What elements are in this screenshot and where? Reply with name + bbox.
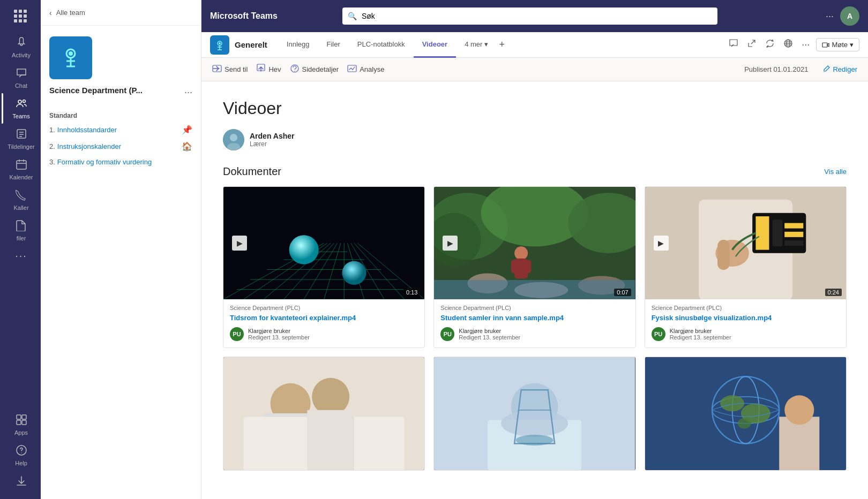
activity-icon <box>16 36 27 50</box>
page-content: Videoer Arden Asher Lærer Dokumenter Vis… <box>201 81 868 499</box>
video-play-btn-3[interactable]: ▶ <box>654 236 669 251</box>
nav-item-kalender[interactable]: Kalender <box>0 154 41 185</box>
channel-item-1[interactable]: 1. Innholdsstandarder 📌 <box>45 122 197 138</box>
sidedetaljer-button[interactable]: Sidedetaljer <box>290 64 339 75</box>
search-icon: 🔍 <box>348 12 357 20</box>
team-menu-button[interactable]: ··· <box>184 87 192 98</box>
channel-name-3: Formativ og formativ vurdering <box>57 158 152 166</box>
nav-item-help[interactable]: Help <box>0 440 41 471</box>
tab-filer[interactable]: Filer <box>318 32 349 58</box>
hev-button[interactable]: Hev <box>256 64 281 75</box>
nav-item-chat[interactable]: Chat <box>0 63 41 93</box>
search-bar: 🔍 <box>342 7 717 25</box>
main-area: Microsoft Teams 🔍 ··· A Generelt Innlegg… <box>201 0 868 499</box>
meet-label: Møte <box>832 41 848 49</box>
channel-name-2: Instruksjonskalender <box>57 142 121 150</box>
send-til-icon <box>212 64 222 75</box>
filer-icon <box>16 220 27 233</box>
tab-mer[interactable]: 4 mer ▾ <box>456 32 497 58</box>
search-input[interactable] <box>342 7 717 25</box>
video-grid-row1: ▶ 0:13 Science Department (PLC) Tidsrom … <box>223 186 847 348</box>
video-title-3[interactable]: Fysisk sinusbølge visualization.mp4 <box>652 313 840 323</box>
meet-button[interactable]: Møte ▾ <box>816 38 859 51</box>
kaller-label: Kaller <box>13 205 28 211</box>
tab-plc[interactable]: PLC-notatblokk <box>349 32 414 58</box>
video-source-3: Science Department (PLC) <box>652 305 840 311</box>
channel-category-label: Standard <box>45 108 197 122</box>
video-card-2[interactable]: ▶ 0:07 Science Department (PLC) Student … <box>433 186 635 348</box>
svg-point-28 <box>294 71 295 72</box>
help-icon <box>16 444 27 458</box>
video-thumb-1: ▶ 0:13 <box>223 187 424 299</box>
edit-pencil-icon <box>823 65 830 74</box>
video-card-5[interactable] <box>433 357 635 470</box>
video-card-body-1: Science Department (PLC) Tidsrom for kva… <box>223 299 424 347</box>
chat-icon-button[interactable] <box>727 36 740 53</box>
nav-item-teams[interactable]: Teams <box>0 93 41 124</box>
nav-item-more[interactable]: ··· <box>0 246 41 267</box>
apps-label: Apps <box>14 429 28 436</box>
svg-rect-29 <box>348 65 356 72</box>
svg-rect-64 <box>511 260 518 273</box>
channel-name-1: Innholdsstandarder <box>57 126 117 134</box>
video-card-body-2: Science Department (PLC) Student samler … <box>434 299 635 347</box>
nav-item-download[interactable] <box>0 471 41 495</box>
globe-icon-button[interactable] <box>781 36 795 53</box>
video-card-6[interactable] <box>645 357 847 470</box>
team-logo <box>49 36 92 79</box>
download-icon <box>16 475 27 488</box>
channels-section: Standard 1. Innholdsstandarder 📌 2. Inst… <box>41 108 201 169</box>
nav-item-apps[interactable]: Apps <box>0 410 41 440</box>
nav-item-kaller[interactable]: Kaller <box>0 185 41 215</box>
nav-item-activity[interactable]: Activity <box>0 32 41 63</box>
video-duration-1: 0:13 <box>403 289 420 296</box>
author-row: Arden Asher Lærer <box>223 129 847 150</box>
expand-icon-button[interactable] <box>745 36 759 53</box>
svg-rect-70 <box>772 220 782 246</box>
meta-user-3: Klargjøre bruker <box>670 328 731 334</box>
channel-item-2[interactable]: 2. Instruksjonskalender 🏠 <box>45 138 197 155</box>
team-sidebar: ‹ Alle team Science Department (P... ···… <box>41 0 201 499</box>
video-card-1[interactable]: ▶ 0:13 Science Department (PLC) Tidsrom … <box>223 186 425 348</box>
video-card-3[interactable]: ▶ 0:24 Science Department (PLC) Fysisk s… <box>645 186 847 348</box>
video-title-1[interactable]: Tidsrom for kvanteteori explainer.mp4 <box>230 313 418 323</box>
view-all-button[interactable]: Vis alle <box>824 168 847 176</box>
video-thumb-6 <box>645 357 846 470</box>
svg-point-52 <box>342 261 366 285</box>
refresh-icon-button[interactable] <box>763 36 777 53</box>
publish-info: Publisert 01.01.2021 <box>744 65 808 73</box>
edit-button[interactable]: Rediger <box>823 65 857 74</box>
svg-point-81 <box>312 378 349 415</box>
video-card-4[interactable] <box>223 357 425 470</box>
video-play-btn-2[interactable]: ▶ <box>443 236 458 251</box>
nav-item-filer[interactable]: filer <box>0 215 41 246</box>
analyse-button[interactable]: Analyse <box>347 64 384 75</box>
tab-more-icon-button[interactable]: ··· <box>799 37 812 52</box>
svg-rect-3 <box>17 161 26 169</box>
tab-add-button[interactable]: + <box>499 39 505 50</box>
video-play-btn-1[interactable]: ▶ <box>232 236 247 251</box>
channel-tabs: Generelt Innlegg Filer PLC-notatblokk Vi… <box>201 32 868 58</box>
send-til-button[interactable]: Send til <box>212 64 248 75</box>
svg-point-31 <box>230 134 237 141</box>
user-avatar[interactable]: A <box>840 6 859 26</box>
video-source-1: Science Department (PLC) <box>230 305 418 311</box>
nav-item-tildelinger[interactable]: Tildelinger <box>0 124 41 154</box>
channel-item-3[interactable]: 3. Formativ og formativ vurdering <box>45 155 197 169</box>
team-name: Science Department (P... <box>49 86 143 95</box>
wiki-toolbar: Send til Hev Sidedetaljer <box>201 58 868 81</box>
video-title-2[interactable]: Student samler inn vann sample.mp4 <box>440 313 628 323</box>
video-thumb-4 <box>223 357 424 470</box>
meta-date-2: Redigert 13. september <box>459 334 520 341</box>
tildelinger-label: Tildelinger <box>8 143 34 150</box>
chat-icon <box>16 67 27 80</box>
app-launcher-button[interactable] <box>0 0 41 32</box>
tab-videoer[interactable]: Videoer <box>414 32 456 58</box>
tab-innlegg[interactable]: Innlegg <box>278 32 318 58</box>
pu-badge-2: PU <box>440 327 454 341</box>
more-options-button[interactable]: ··· <box>826 11 834 22</box>
top-bar-right: ··· A <box>826 6 859 26</box>
meta-date-3: Redigert 13. september <box>670 334 731 341</box>
svg-rect-72 <box>784 232 803 237</box>
back-to-teams-button[interactable]: ‹ Alle team <box>41 0 201 26</box>
